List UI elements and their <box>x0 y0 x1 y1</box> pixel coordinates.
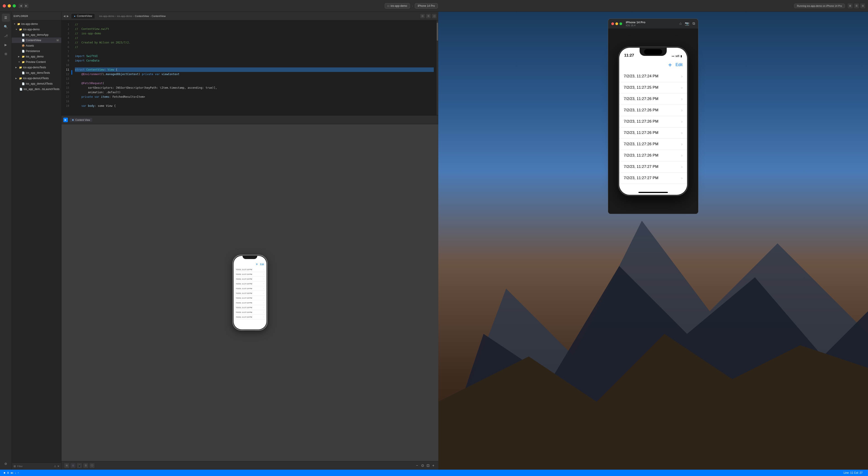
layout-button[interactable]: ☰ <box>83 463 88 468</box>
list-item[interactable]: 7/2/23, 11:27:27 PM › <box>619 173 687 184</box>
tree-item-persistence[interactable]: 📄 Persistence <box>12 49 61 54</box>
zoom-in-button[interactable]: + <box>431 464 436 468</box>
zoom-out-button[interactable]: − <box>415 464 419 468</box>
list-item[interactable]: 7/2/23, 11:27:26 PM › <box>619 93 687 105</box>
list-item[interactable]: 7/2/23, 11:27:26 PM › <box>619 105 687 116</box>
preview-section: ▶ ◉ Content View <box>62 115 438 470</box>
tree-item-ui-tests[interactable]: ▶ 📁 ios-app-demoUITests <box>12 76 61 81</box>
zoom-fit-button[interactable]: ⊡ <box>426 463 430 468</box>
inspector-button[interactable]: ☰ <box>854 3 859 8</box>
chevron-icon: › <box>264 306 264 308</box>
hide-panel-button[interactable]: ⊟ <box>860 3 865 8</box>
rotate-icon[interactable]: ⧉ <box>692 22 695 26</box>
info-button[interactable]: ⓘ <box>90 463 95 468</box>
tree-item-demo-tests[interactable]: 📄 ios_app_demoTests <box>12 70 61 76</box>
back-button[interactable]: ◀ <box>19 4 23 8</box>
stop-icon[interactable]: ■ <box>4 471 5 474</box>
tree-item-tests[interactable]: ▶ 📁 ios-app-demoTests <box>12 65 61 70</box>
editor-scrollbar[interactable] <box>436 20 438 115</box>
settings-button[interactable]: ⚙ <box>2 460 10 468</box>
minimize-button[interactable] <box>8 4 11 7</box>
sidebar-content: ▼ 📁 ios-app-demo ▼ 📁 ios-app-demo 📄 ios_… <box>12 20 61 463</box>
list-item[interactable]: 7/2/23, 11:27:26 PM › <box>619 139 687 150</box>
maximize-button[interactable] <box>13 4 16 7</box>
simulator-panel: iPhone 14 Pro iOS 16.4 ⌂ 📷 ⧉ <box>438 12 868 470</box>
chevron-icon: › <box>264 316 264 318</box>
screenshot-icon[interactable]: 📷 <box>685 22 689 26</box>
preview-play-icon[interactable]: ▶ <box>63 118 68 122</box>
nav-forward[interactable]: ▶ <box>67 14 69 18</box>
scrollbar-thumb[interactable] <box>437 23 438 41</box>
tree-item-appfile[interactable]: 📄 ios_app_demoApp <box>12 32 61 37</box>
breadcrumb-sep: › <box>115 15 116 18</box>
tree-item-ios-app-demo[interactable]: ▼ 📁 ios-app-demo <box>12 27 61 32</box>
file-icon: 📄 <box>20 88 23 91</box>
list-item[interactable]: 7/2/23, 11:27:26 PM › <box>619 150 687 161</box>
nav-back[interactable]: ◀ <box>63 14 65 18</box>
add-button[interactable]: + <box>668 61 672 68</box>
tree-item-ios-app-demo-sub[interactable]: ▶ 📁 ios_app_demo <box>12 54 61 59</box>
chevron-icon: › <box>264 292 264 294</box>
source-control-button[interactable]: ⎇ <box>2 32 10 40</box>
step-into-icon[interactable]: ↓ <box>15 471 16 474</box>
editor-nav-bar: ◀ ▶ ● ContentView ios-app-demo › ios-app… <box>62 12 438 20</box>
tree-item-ui-tests-file[interactable]: 📄 ios_app_demoUITests <box>12 81 61 86</box>
sim-close-button[interactable] <box>611 22 614 25</box>
list-item[interactable]: 7/2/23, 11:27:25 PM › <box>619 82 687 93</box>
grid-view-button[interactable]: ⊞ <box>64 463 69 468</box>
pause-icon[interactable]: ⏸ <box>6 471 9 474</box>
run-debug-button[interactable]: ▶ <box>2 41 10 49</box>
file-explorer-button[interactable]: ☰ <box>2 13 10 22</box>
line-num: 3 <box>62 31 69 36</box>
canvas-button[interactable]: □ <box>70 463 75 468</box>
minimap-button[interactable]: ⊟ <box>420 14 425 18</box>
folder-icon: 📁 <box>19 28 22 31</box>
device-button[interactable]: 📱 <box>77 463 82 468</box>
chevron-icon: › <box>264 297 264 299</box>
sim-minimize-button[interactable] <box>615 22 618 25</box>
tree-item-root[interactable]: ▼ 📁 ios-app-demo <box>12 21 61 27</box>
scheme-selector[interactable]: □ ios-app-demo › iPhone 14 Pro <box>31 3 791 9</box>
tree-item-preview-content[interactable]: ▼ 📁 Preview Content <box>12 59 61 65</box>
run-controls: Running ios-app-demo on iPhone 14 Pro <box>794 4 845 8</box>
tree-item-label: Persistence <box>26 50 40 53</box>
pill-shape <box>644 49 662 55</box>
arrow-icon: ▼ <box>13 23 16 25</box>
chevron-icon: › <box>681 142 683 147</box>
zoom-actual-button[interactable]: ⊙ <box>420 463 425 468</box>
step-out-icon[interactable]: ↑ <box>18 471 19 474</box>
list-item-text: 7/2/23, 11:27:26 PM <box>624 108 681 113</box>
device-selector[interactable]: iPhone 14 Pro <box>415 3 438 9</box>
search-button[interactable]: 🔍 <box>2 23 10 31</box>
extensions-button[interactable]: ⊞ <box>2 50 10 58</box>
forward-button[interactable]: ▶ <box>24 4 29 8</box>
error-icon: ✕ <box>57 465 60 468</box>
breadcrumb-part1: ios-app-demo <box>99 15 114 18</box>
step-over-icon[interactable]: ⏭ <box>11 471 13 474</box>
line-num: 14 <box>62 81 69 86</box>
list-item[interactable]: 7/2/23, 11:27:27 PM › <box>619 161 687 173</box>
tree-item-assets[interactable]: 📦 Assets <box>12 43 61 49</box>
list-item[interactable]: 7/2/23, 11:27:26 PM › <box>619 116 687 127</box>
tree-item-label: Assets <box>26 44 34 47</box>
filter-input[interactable] <box>17 465 53 468</box>
split-view-button[interactable]: ⊞ <box>848 3 852 8</box>
preview-tab[interactable]: ◉ Content View <box>70 118 92 122</box>
list-item[interactable]: 7/2/23, 11:27:24 PM › <box>619 71 687 82</box>
zoom-controls: − ⊙ ⊡ + <box>415 463 436 468</box>
active-tab[interactable]: ● ContentView <box>71 13 95 19</box>
edit-button[interactable]: Edit <box>676 62 683 67</box>
code-content[interactable]: // // ContentView.swift // ios-app-demo … <box>72 20 436 115</box>
breadcrumb-sep3: › <box>150 15 151 18</box>
sim-maximize-button[interactable] <box>619 22 622 25</box>
close-button[interactable] <box>3 4 6 7</box>
line-num: 4 <box>62 36 69 40</box>
tree-item-contentview[interactable]: 📄 ContentView M <box>12 37 61 43</box>
home-icon[interactable]: ⌂ <box>679 22 682 26</box>
scheme-label[interactable]: □ ios-app-demo <box>385 3 410 9</box>
simulator-title: iPhone 14 Pro iOS 16.4 <box>626 21 646 27</box>
list-item[interactable]: 7/2/23, 11:27:26 PM › <box>619 127 687 139</box>
inspector-toggle[interactable]: ☰ <box>426 14 431 18</box>
sidebar-toggle[interactable]: ◫ <box>432 14 436 18</box>
tree-item-launch-tests[interactable]: 📄 ios_app_dem...tsLaunchTests <box>12 86 61 92</box>
